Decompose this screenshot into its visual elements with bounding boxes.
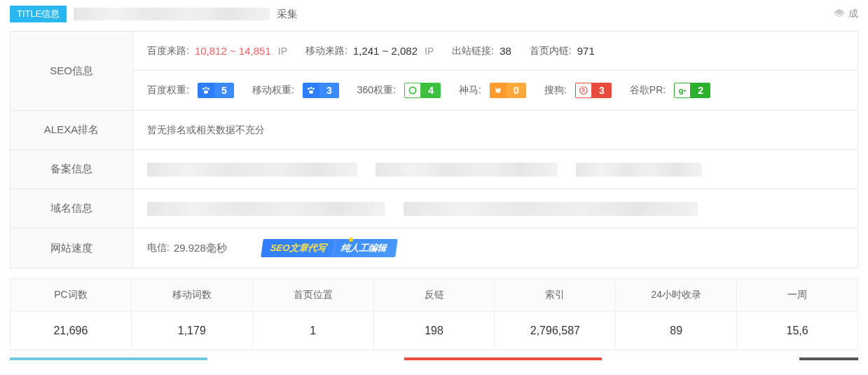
shenma-weight-label: 神马:: [459, 84, 481, 97]
stats-col-2[interactable]: 首页位置1: [253, 279, 374, 350]
alexa-content: 暂无排名或相关数据不充分: [133, 111, 857, 149]
svg-text:S: S: [582, 88, 586, 93]
svg-point-7: [309, 90, 313, 94]
stats-col-4[interactable]: 索引2,796,587: [495, 279, 616, 350]
sogou-weight[interactable]: 搜狗: S 3: [544, 83, 612, 98]
bar-seg-gap: [207, 357, 405, 360]
so-weight[interactable]: 360权重: 4: [357, 83, 441, 98]
ip-suffix-2: IP: [425, 46, 434, 57]
header-right: 成: [833, 8, 858, 20]
baidu-weight[interactable]: 百度权重: 5: [147, 83, 234, 98]
stats-col-0[interactable]: PC词数21,696: [11, 279, 132, 350]
baidu-traffic: 百度来路: 10,812 ~ 14,851 IP: [147, 45, 287, 57]
shenma-cat-icon: [490, 83, 507, 98]
svg-point-1: [205, 87, 207, 89]
sogou-weight-value: 3: [592, 83, 612, 98]
layers-icon: [833, 8, 846, 20]
shenma-weight[interactable]: 神马: 0: [459, 83, 526, 98]
domain-redacted-1: [147, 202, 385, 216]
header-right-text: 成: [848, 8, 858, 20]
mobile-weight-value: 3: [319, 83, 339, 98]
mobile-weight[interactable]: 移动权重: 3: [252, 83, 339, 98]
stats-header: 一周: [737, 279, 857, 312]
bar-seg-3: [799, 357, 858, 360]
beian-content: [133, 150, 857, 189]
google-pr-value: 2: [691, 83, 710, 98]
stats-header: 首页位置: [253, 279, 373, 312]
mobile-traffic-label: 移动来路:: [305, 45, 347, 57]
bottom-bar: [10, 357, 858, 360]
svg-point-0: [202, 88, 205, 90]
seo-label: SEO信息: [11, 32, 133, 110]
seo-traffic-row: 百度来路: 10,812 ~ 14,851 IP 移动来路: 1,241 ~ 2…: [133, 32, 857, 71]
outbound-label: 出站链接:: [452, 45, 494, 57]
stats-value: 15,6: [737, 312, 857, 350]
so-weight-badge: 4: [404, 83, 441, 98]
shenma-weight-badge: 0: [490, 83, 526, 98]
sogou-weight-badge: S 3: [575, 83, 612, 98]
domain-row: 域名信息: [11, 189, 857, 229]
mobile-paw-icon: [303, 83, 319, 98]
google-pr-label: 谷歌PR:: [630, 84, 666, 97]
bar-seg-2: [404, 357, 602, 360]
google-pr[interactable]: 谷歌PR: g+ 2: [630, 83, 710, 98]
speed-isp-label: 电信:: [147, 242, 170, 254]
beian-row: 备案信息: [11, 150, 857, 189]
baidu-traffic-value: 10,812 ~ 14,851: [195, 45, 271, 57]
speed-content: 电信: 29.928毫秒 SEO文章代写 纯人工编辑: [133, 229, 857, 268]
outbound-links: 出站链接: 38: [452, 45, 511, 57]
stats-header: 反链: [374, 279, 495, 312]
domain-content: [133, 189, 857, 228]
baidu-weight-label: 百度权重:: [147, 84, 189, 97]
stats-header: PC词数: [11, 279, 131, 312]
speed-label: 网站速度: [11, 229, 133, 268]
alexa-row: ALEXA排名 暂无排名或相关数据不充分: [11, 111, 857, 150]
svg-point-3: [204, 90, 208, 94]
svg-point-8: [409, 87, 415, 93]
baidu-traffic-label: 百度来路:: [147, 45, 189, 57]
domain-label: 域名信息: [11, 189, 133, 228]
ip-suffix: IP: [278, 46, 287, 57]
stats-col-3[interactable]: 反链198: [374, 279, 495, 350]
stats-value: 1: [253, 312, 373, 350]
stats-table: PC词数21,696移动词数1,179首页位置1反链198索引2,796,587…: [10, 278, 858, 350]
svg-point-5: [310, 87, 312, 89]
stats-col-5[interactable]: 24小时收录89: [616, 279, 737, 350]
so-weight-value: 4: [421, 83, 441, 98]
info-table: SEO信息 百度来路: 10,812 ~ 14,851 IP 移动来路: 1,2…: [10, 31, 858, 268]
stats-col-1[interactable]: 移动词数1,179: [132, 279, 253, 350]
promo-banner[interactable]: SEO文章代写 纯人工编辑: [262, 239, 397, 257]
shenma-weight-value: 0: [507, 83, 526, 98]
stats-header: 索引: [495, 279, 615, 312]
baidu-paw-icon: [198, 83, 214, 98]
mobile-weight-badge: 3: [303, 83, 339, 98]
speed-item: 电信: 29.928毫秒: [147, 242, 227, 255]
beian-redacted-2: [376, 163, 558, 177]
stats-value: 198: [374, 312, 495, 350]
beian-redacted-1: [147, 163, 357, 177]
promo-right: 纯人工编辑: [333, 239, 398, 257]
title-redacted: [74, 8, 270, 20]
speed-isp-value: 29.928毫秒: [174, 242, 227, 255]
internal-value: 971: [577, 45, 595, 57]
beian-label: 备案信息: [11, 150, 133, 189]
google-pr-badge: g+ 2: [674, 83, 710, 98]
stats-value: 1,179: [132, 312, 252, 350]
bar-seg-gap-2: [602, 357, 799, 360]
header-row: TITLE信息 采集 成: [0, 0, 868, 28]
mobile-weight-label: 移动权重:: [252, 84, 294, 97]
mobile-traffic-value: 1,241 ~ 2,082: [353, 45, 418, 57]
svg-point-2: [207, 88, 209, 90]
alexa-value: 暂无排名或相关数据不充分: [147, 124, 265, 137]
baidu-weight-badge: 5: [198, 83, 234, 98]
title-badge: TITLE信息: [10, 6, 67, 22]
stats-value: 89: [616, 312, 736, 350]
promo-left: SEO文章代写: [261, 239, 336, 257]
stats-value: 21,696: [11, 312, 131, 350]
stats-header: 24小时收录: [616, 279, 736, 312]
stats-col-6[interactable]: 一周15,6: [737, 279, 857, 350]
svg-point-4: [308, 88, 310, 90]
bar-seg-1: [10, 357, 207, 360]
seo-row: SEO信息 百度来路: 10,812 ~ 14,851 IP 移动来路: 1,2…: [11, 32, 857, 111]
mobile-traffic: 移动来路: 1,241 ~ 2,082 IP: [305, 45, 434, 57]
